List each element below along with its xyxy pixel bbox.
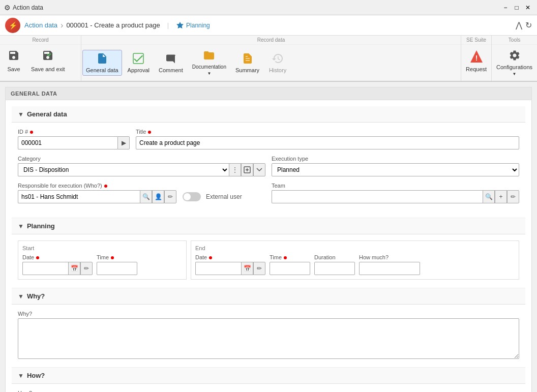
general-data-subsection-label: General data <box>27 110 67 118</box>
end-inner: Date 📅 ✏ <box>195 254 515 275</box>
responsible-search-btn[interactable]: 🔍 <box>140 190 152 203</box>
summary-button[interactable]: Summary <box>232 50 263 76</box>
end-date-edit-btn[interactable]: ✏ <box>253 262 265 275</box>
id-field: ID # ▶ <box>18 129 130 149</box>
external-user-row: External user <box>180 192 242 201</box>
responsible-edit-btn[interactable]: ✏ <box>164 190 176 203</box>
why-subsection: ▼ Why? Why? <box>12 288 525 365</box>
id-arrow-btn[interactable]: ▶ <box>117 136 130 149</box>
general-data-icon <box>96 52 108 66</box>
responsible-person-btn[interactable]: 👤 <box>152 190 164 203</box>
breadcrumb-bar: ⚡ Action data › 000001 - Create a produc… <box>0 15 537 36</box>
id-title-row: ID # ▶ Title <box>18 129 519 149</box>
svg-text:!: ! <box>475 54 478 62</box>
save-and-exit-button[interactable]: Save and exit <box>27 47 69 75</box>
title-input[interactable] <box>136 136 519 149</box>
record-data-group-label: Record data <box>81 36 461 45</box>
responsible-label: Responsible for execution (Who?) <box>18 183 265 189</box>
id-input[interactable] <box>18 136 117 149</box>
comment-button[interactable]: Comment <box>155 50 187 76</box>
end-date-label: Date <box>195 254 265 260</box>
responsible-field: Responsible for execution (Who?) 🔍 👤 ✏ <box>18 183 265 203</box>
main-content: GENERAL DATA ▼ General data ID # <box>0 82 537 392</box>
configurations-button[interactable]: Configurations ▼ <box>493 47 536 79</box>
team-add-btn[interactable]: + <box>495 190 507 203</box>
title-bar-icon: ⚙ <box>4 4 11 12</box>
history-button[interactable]: History <box>265 50 290 76</box>
breadcrumb-app[interactable]: Action data <box>24 21 57 29</box>
tools-group-label: Tools <box>492 36 537 45</box>
general-data-label: General data <box>86 67 118 73</box>
start-date-edit-btn[interactable]: ✏ <box>80 262 93 275</box>
approval-label: Approval <box>128 67 150 73</box>
title-bar-text: Action data <box>13 4 500 11</box>
close-button[interactable]: ✕ <box>523 3 533 13</box>
why-fields: Why? <box>12 305 525 365</box>
documentation-button[interactable]: Documentation ▼ <box>189 47 230 78</box>
title-label: Title <box>136 129 519 135</box>
toolbar: Record Save Save and exit Record data <box>0 36 537 82</box>
start-inner: Date 📅 ✏ <box>22 254 182 275</box>
responsible-team-row: Responsible for execution (Who?) 🔍 👤 ✏ <box>18 183 519 203</box>
end-date-input[interactable] <box>195 262 241 275</box>
general-data-button[interactable]: General data <box>82 50 122 76</box>
minimize-button[interactable]: − <box>500 3 511 13</box>
duration-input[interactable] <box>314 262 355 275</box>
why-collapse-arrow: ▼ <box>18 293 24 300</box>
how-label: How? <box>27 372 45 379</box>
planning-icon <box>176 21 184 29</box>
how-subsection: ▼ How? How? <box>12 367 525 392</box>
nav-up-button[interactable]: ⋀ <box>516 20 522 30</box>
how-title[interactable]: ▼ How? <box>12 368 525 384</box>
why-label: Why? <box>27 292 45 300</box>
se-suite-group-label: SE Suite <box>461 36 491 45</box>
why-textarea[interactable] <box>18 318 519 359</box>
maximize-button[interactable]: □ <box>512 3 522 13</box>
team-field: Team 🔍 + ✏ <box>272 183 519 203</box>
execution-type-select[interactable]: Planned <box>272 163 519 176</box>
save-exit-label: Save and exit <box>31 66 65 72</box>
end-date-group: 📅 ✏ <box>195 262 265 275</box>
why-title[interactable]: ▼ Why? <box>12 288 525 305</box>
collapse-arrow: ▼ <box>18 111 24 118</box>
save-button[interactable]: Save <box>1 47 26 75</box>
save-label: Save <box>7 66 20 72</box>
general-data-fields: ID # ▶ Title <box>12 123 525 216</box>
general-data-subsection-title[interactable]: ▼ General data <box>12 106 525 123</box>
category-btn2[interactable] <box>241 163 253 176</box>
category-label: Category <box>18 156 265 162</box>
start-time-input[interactable] <box>97 262 137 275</box>
save-exit-icon <box>42 49 54 65</box>
category-select[interactable]: DIS - Disposition <box>18 163 229 176</box>
configurations-icon <box>509 49 521 63</box>
team-input[interactable] <box>272 190 483 203</box>
id-required-star <box>30 131 33 134</box>
end-time-input[interactable] <box>270 262 310 275</box>
title-bar: ⚙ Action data − □ ✕ <box>0 0 537 15</box>
how-much-field: How much? <box>359 254 420 275</box>
breadcrumb-actions: ⋀ ↻ <box>516 20 532 30</box>
how-fields: How? <box>12 384 525 392</box>
breadcrumb-separator: › <box>61 21 63 30</box>
start-date-calendar-btn[interactable]: 📅 <box>68 262 80 275</box>
responsible-input[interactable] <box>18 190 140 203</box>
planning-collapse-arrow: ▼ <box>18 223 24 230</box>
start-date-input[interactable] <box>22 262 68 275</box>
end-date-calendar-btn[interactable]: 📅 <box>241 262 253 275</box>
configurations-arrow: ▼ <box>513 72 517 76</box>
planning-label: Planning <box>186 22 210 29</box>
external-user-toggle[interactable] <box>183 192 201 201</box>
team-edit-btn[interactable]: ✏ <box>507 190 519 203</box>
record-group-label: Record <box>0 36 81 45</box>
how-much-input[interactable] <box>359 262 420 275</box>
request-button[interactable]: ! Request <box>462 47 490 75</box>
category-btn1[interactable]: ⋮ <box>229 163 241 176</box>
planning-label: Planning <box>27 222 55 230</box>
approval-button[interactable]: Approval <box>124 50 153 76</box>
nav-refresh-button[interactable]: ↻ <box>525 20 532 30</box>
team-search-btn[interactable]: 🔍 <box>483 190 495 203</box>
documentation-label: Documentation <box>192 64 226 70</box>
planning-title[interactable]: ▼ Planning <box>12 218 525 234</box>
category-btn3[interactable] <box>253 163 265 176</box>
planning-fields: Start Date 📅 <box>12 234 525 286</box>
